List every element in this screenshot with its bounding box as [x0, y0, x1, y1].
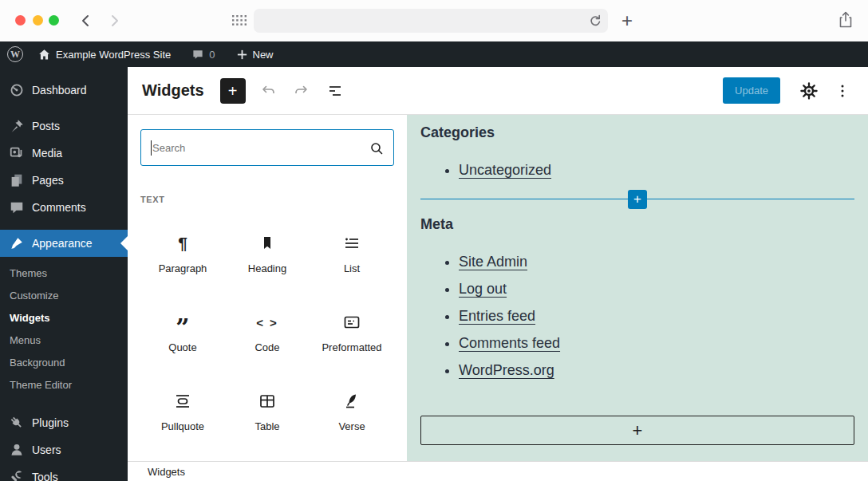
block-type-pullquote[interactable]: Pullquote: [140, 381, 225, 432]
block-type-quote[interactable]: ” Quote: [140, 302, 225, 353]
widget-title-meta: Meta: [420, 216, 854, 233]
pin-icon: [9, 118, 25, 134]
categories-list: Uncategorized: [420, 162, 854, 179]
submenu-item-background[interactable]: Background: [0, 351, 128, 373]
minimize-window-button[interactable]: [33, 15, 43, 26]
list-item: WordPress.org: [459, 362, 854, 379]
quote-icon: ”: [176, 312, 189, 333]
paragraph-icon: ¶: [178, 233, 187, 254]
sidebar-item-label: Comments: [32, 201, 86, 214]
block-type-grid: ¶ Paragraph Heading: [140, 223, 394, 432]
search-icon: [369, 140, 385, 160]
submenu-item-menus[interactable]: Menus: [0, 329, 128, 351]
update-button[interactable]: Update: [723, 77, 780, 104]
list-icon: [342, 233, 361, 254]
breadcrumb[interactable]: Widgets: [148, 466, 185, 478]
options-menu-button[interactable]: [831, 80, 854, 102]
sidebar-item-label: Pages: [32, 174, 64, 187]
new-label: New: [253, 49, 274, 61]
block-type-label: Paragraph: [159, 262, 207, 274]
widget-area-canvas: Categories Uncategorized + Meta Site Adm…: [407, 115, 868, 461]
verse-icon: [342, 391, 361, 412]
browser-chrome: +: [0, 0, 868, 41]
link-site-admin[interactable]: Site Admin: [459, 254, 527, 270]
code-icon: < >: [256, 312, 278, 333]
block-type-table[interactable]: Table: [225, 381, 310, 432]
sidebar-item-label: Plugins: [32, 416, 69, 429]
sidebar-item-label: Users: [32, 444, 61, 456]
admin-bar-new[interactable]: New: [230, 41, 280, 67]
site-name: Example WordPress Site: [56, 49, 171, 61]
submenu-item-theme-editor[interactable]: Theme Editor: [0, 373, 128, 396]
link-uncategorized[interactable]: Uncategorized: [459, 162, 551, 178]
sidebar-item-comments[interactable]: Comments: [0, 194, 128, 221]
block-inserter-toggle-button[interactable]: +: [220, 78, 246, 104]
block-search-input[interactable]: [141, 130, 393, 165]
block-type-label: Quote: [168, 341, 196, 353]
sidebar-item-users[interactable]: Users: [0, 436, 128, 463]
close-window-button[interactable]: [15, 15, 26, 26]
link-comments-feed[interactable]: Comments feed: [459, 335, 560, 351]
appearance-submenu: Themes Customize Widgets Menus Backgroun…: [0, 257, 128, 400]
list-item: Log out: [459, 281, 854, 298]
block-type-verse[interactable]: Verse: [310, 381, 394, 432]
sidebar-item-appearance[interactable]: Appearance: [0, 230, 128, 257]
browser-back-button[interactable]: [78, 13, 94, 29]
address-bar[interactable]: [254, 9, 608, 33]
sidebar-item-pages[interactable]: Pages: [0, 167, 128, 194]
undo-icon: [259, 82, 277, 100]
address-input[interactable]: [254, 9, 608, 33]
meta-list: Site Admin Log out Entries feed Comments…: [420, 254, 854, 379]
sidebar-item-label: Media: [32, 147, 62, 160]
sidebar-item-label: Tools: [32, 471, 58, 481]
list-item: Comments feed: [459, 335, 854, 352]
sidebar-item-tools[interactable]: Tools: [0, 463, 128, 481]
block-type-paragraph[interactable]: ¶ Paragraph: [140, 223, 225, 274]
new-tab-button[interactable]: +: [617, 11, 637, 30]
link-wordpress-org[interactable]: WordPress.org: [459, 362, 554, 378]
admin-bar-comments[interactable]: 0: [185, 41, 221, 67]
link-entries-feed[interactable]: Entries feed: [459, 308, 535, 324]
tab-overview-icon[interactable]: [232, 15, 247, 30]
list-view-button[interactable]: [324, 80, 346, 102]
insert-block-button[interactable]: +: [628, 190, 647, 209]
block-type-label: Heading: [248, 262, 286, 274]
redo-icon: [293, 82, 310, 100]
block-type-list[interactable]: List: [310, 223, 394, 274]
add-block-button[interactable]: +: [420, 416, 854, 445]
block-type-code[interactable]: < > Code: [225, 302, 310, 353]
reload-icon[interactable]: [587, 13, 603, 29]
home-icon: [37, 48, 51, 61]
sidebar-item-plugins[interactable]: Plugins: [0, 409, 128, 436]
wordpress-logo-icon[interactable]: W: [7, 46, 23, 62]
block-insertion-point: +: [420, 189, 854, 210]
block-type-heading[interactable]: Heading: [225, 223, 310, 274]
settings-button[interactable]: [798, 80, 820, 102]
redo-button[interactable]: [290, 80, 313, 102]
admin-bar-site-link[interactable]: Example WordPress Site: [31, 41, 177, 67]
plug-icon: [9, 415, 25, 431]
wrench-icon: [9, 469, 25, 481]
submenu-item-themes[interactable]: Themes: [0, 262, 128, 284]
sidebar-item-label: Dashboard: [32, 84, 87, 97]
block-type-preformatted[interactable]: Preformatted: [310, 302, 394, 353]
block-category-label: TEXT: [140, 195, 394, 204]
block-inserter-panel: TEXT ¶ Paragraph Heading: [128, 115, 407, 461]
share-icon[interactable]: [837, 10, 854, 33]
link-log-out[interactable]: Log out: [459, 281, 507, 297]
plus-icon: [236, 49, 248, 61]
sidebar-item-dashboard[interactable]: Dashboard: [0, 77, 128, 104]
zoom-window-button[interactable]: [49, 15, 59, 26]
block-type-label: List: [344, 262, 360, 274]
block-search-box[interactable]: [140, 129, 394, 166]
sidebar-item-posts[interactable]: Posts: [0, 112, 128, 140]
undo-button[interactable]: [257, 80, 279, 102]
sidebar-item-media[interactable]: Media: [0, 140, 128, 167]
ellipsis-icon: [834, 83, 850, 99]
submenu-item-customize[interactable]: Customize: [0, 284, 128, 306]
comment-bubble-icon: [191, 49, 204, 61]
browser-forward-button[interactable]: [106, 13, 122, 29]
heading-icon: [258, 233, 277, 254]
page-title: Widgets: [142, 81, 204, 100]
submenu-item-widgets[interactable]: Widgets: [0, 306, 128, 329]
